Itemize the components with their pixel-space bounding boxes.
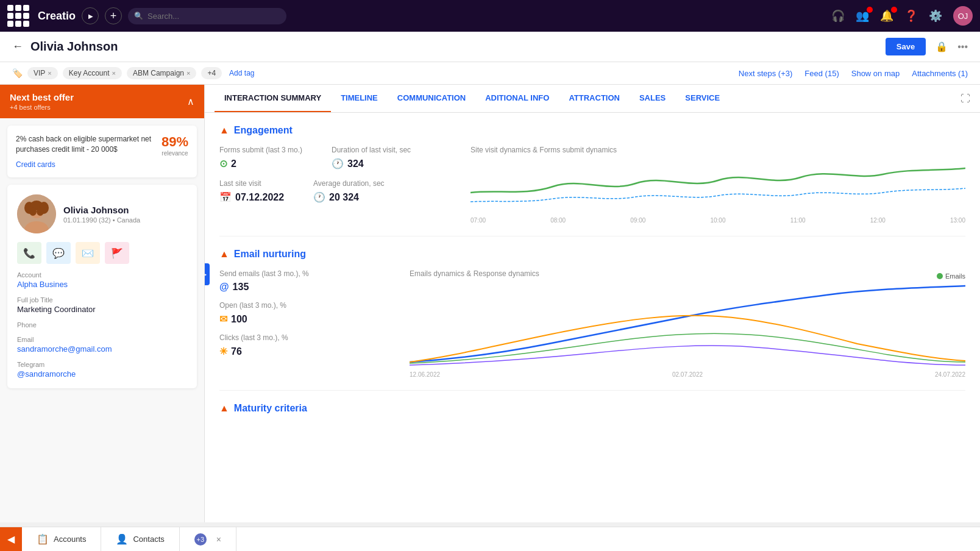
tab-timeline[interactable]: TIMELINE xyxy=(331,85,388,112)
bottom-tab-contacts[interactable]: 👤 Contacts xyxy=(101,527,179,551)
bell-icon[interactable]: 🔔 xyxy=(880,9,893,23)
email-legend-dot xyxy=(937,273,943,279)
header-actions: Save 🔒 ••• xyxy=(886,38,968,55)
nbo-subtitle: +4 best offers xyxy=(10,104,74,111)
feed-link[interactable]: Feed (15) xyxy=(804,69,839,78)
tag-vip-remove[interactable]: × xyxy=(48,69,51,77)
clock2-icon: 🕐 xyxy=(313,191,325,203)
add-button[interactable]: + xyxy=(105,7,122,24)
email-nurturing-title: Email nurturing xyxy=(234,249,306,260)
nbo-card-text: 2% cash back on eligible supermarket net… xyxy=(16,134,157,155)
more-badge: +3 xyxy=(194,533,207,546)
tab-interaction-summary[interactable]: INTERACTION SUMMARY xyxy=(215,85,331,112)
bottom-tab-accounts[interactable]: 📋 Accounts xyxy=(22,527,101,551)
settings-icon[interactable]: ⚙️ xyxy=(929,9,942,23)
duration-metric: Duration of last visit, sec 🕐 324 xyxy=(332,146,411,169)
attachments-link[interactable]: Attachments (1) xyxy=(912,69,968,78)
tab-attraction[interactable]: ATTRACTION xyxy=(559,85,630,112)
email-value[interactable]: sandramorche@gmail.com xyxy=(17,344,187,354)
account-value[interactable]: Alpha Busines xyxy=(17,280,187,289)
maturity-section-header[interactable]: ▲ Maturity criteria xyxy=(219,403,965,414)
last-visit-value: 07.12.2022 xyxy=(235,192,284,203)
email-nurturing-up-icon: ▲ xyxy=(219,249,229,260)
accounts-tab-label: Accounts xyxy=(54,535,86,544)
next-steps-link[interactable]: Next steps (+3) xyxy=(739,69,793,78)
email-button[interactable]: ✉️ xyxy=(76,242,100,264)
chat-button[interactable]: 💬 xyxy=(46,242,71,264)
send-emails-metric: Send emails (last 3 mo.), % @ 135 xyxy=(219,269,390,293)
tags-bar: 🏷️ VIP × Key Account × ABM Campaign × +4… xyxy=(0,62,980,85)
job-title-label: Full job Title xyxy=(17,296,187,304)
avatar[interactable]: OJ xyxy=(953,6,973,26)
avatar xyxy=(17,194,56,233)
more-options-icon[interactable]: ••• xyxy=(957,41,968,52)
expand-icon[interactable]: ⛶ xyxy=(960,93,970,104)
last-visit-label: Last site visit xyxy=(219,179,284,188)
tab-communication[interactable]: COMMUNICATION xyxy=(388,85,475,112)
forms-submit-metric: Forms submit (last 3 mo.) ⊙ 2 xyxy=(219,146,302,169)
email-nurturing-section-header[interactable]: ▲ Email nurturing xyxy=(219,249,965,260)
clicks-value: 76 xyxy=(231,346,242,357)
open-emails-metric: Open (last 3 mo.), % ✉ 100 xyxy=(219,301,390,325)
profile-dob: 01.01.1990 (32) • Canada xyxy=(63,216,140,224)
tab-sales[interactable]: SALES xyxy=(630,85,675,112)
bell-badge xyxy=(891,7,897,13)
telegram-label: Telegram xyxy=(17,361,187,368)
back-nav-button[interactable]: ◀ xyxy=(0,527,22,551)
save-button[interactable]: Save xyxy=(886,38,926,55)
maturity-section: ▲ Maturity criteria xyxy=(219,403,965,414)
headset-icon[interactable]: 🎧 xyxy=(831,9,845,23)
job-title-field: Full job Title Marketing Coordinator xyxy=(17,296,187,314)
clicks-metric: Clicks (last 3 mo.), % ✳ 76 xyxy=(219,333,390,357)
nbo-header[interactable]: Next best offer +4 best offers ∧ xyxy=(0,85,204,118)
tag-vip[interactable]: VIP × xyxy=(27,67,58,79)
account-field: Account Alpha Busines xyxy=(17,271,187,289)
tab-additional-info[interactable]: ADITIONAL INFO xyxy=(475,85,559,112)
profile-card: Olivia Johnson 01.01.1990 (32) • Canada … xyxy=(7,185,197,388)
svg-point-7 xyxy=(37,207,44,216)
main-layout: Next best offer +4 best offers ∧ 2% cash… xyxy=(0,85,980,522)
tag-more[interactable]: +4 xyxy=(201,67,222,79)
tag-abm-campaign[interactable]: ABM Campaign × xyxy=(127,67,196,79)
tag-key-account-remove[interactable]: × xyxy=(112,69,116,77)
right-panel: INTERACTION SUMMARY TIMELINE COMMUNICATI… xyxy=(205,85,980,522)
avg-duration-label: Average duration, sec xyxy=(313,179,385,188)
forms-label: Forms submit (last 3 mo.) xyxy=(219,146,302,154)
play-button[interactable] xyxy=(82,7,99,24)
engagement-chart xyxy=(470,159,965,214)
forms-value: 2 xyxy=(231,158,236,169)
more-close-icon[interactable]: × xyxy=(216,535,221,544)
tag-key-account[interactable]: Key Account × xyxy=(63,67,122,79)
duration-label: Duration of last visit, sec xyxy=(332,146,411,154)
flag-button[interactable]: 🚩 xyxy=(105,242,129,264)
tab-service[interactable]: SERVICE xyxy=(675,85,730,112)
add-tag-button[interactable]: Add tag xyxy=(229,69,254,77)
nbo-relevance-label: relevance xyxy=(162,150,188,157)
header-bar: ← Olivia Johnson Save 🔒 ••• xyxy=(0,32,980,62)
back-arrow-icon[interactable]: ← xyxy=(12,40,23,53)
users-icon[interactable]: 👥 xyxy=(856,9,869,23)
show-on-map-link[interactable]: Show on map xyxy=(851,69,900,78)
engagement-section-header[interactable]: ▲ Engagement xyxy=(219,125,965,136)
call-button[interactable]: 📞 xyxy=(17,242,41,264)
bottom-tab-more[interactable]: +3 × xyxy=(180,527,236,551)
engagement-chart-title: Site visit dynamics & Forms submit dynam… xyxy=(470,146,965,154)
nbo-credit-cards-link[interactable]: Credit cards xyxy=(16,160,188,169)
clock-icon: 🕐 xyxy=(332,158,344,169)
lock-icon[interactable]: 🔒 xyxy=(936,41,948,52)
left-arrow-icon[interactable]: ▶ xyxy=(205,263,210,285)
search-input[interactable] xyxy=(128,8,286,24)
duration-value: 324 xyxy=(347,158,364,169)
tabs-bar: INTERACTION SUMMARY TIMELINE COMMUNICATI… xyxy=(205,85,980,113)
clicks-label: Clicks (last 3 mo.), % xyxy=(219,333,390,342)
apps-grid-icon[interactable] xyxy=(7,5,29,27)
tag-abm-campaign-remove[interactable]: × xyxy=(186,69,190,77)
clicks-icon: ✳ xyxy=(219,346,227,357)
telegram-value[interactable]: @sandramorche xyxy=(17,369,187,379)
send-value: 135 xyxy=(233,282,249,293)
help-icon[interactable]: ❓ xyxy=(904,9,918,23)
contacts-icon: 👤 xyxy=(116,533,128,545)
email-icon: @ xyxy=(219,282,229,293)
maturity-up-icon: ▲ xyxy=(219,403,229,414)
content-area: ▶ ▲ Engagement Forms submit (last 3 mo.)… xyxy=(205,113,980,436)
